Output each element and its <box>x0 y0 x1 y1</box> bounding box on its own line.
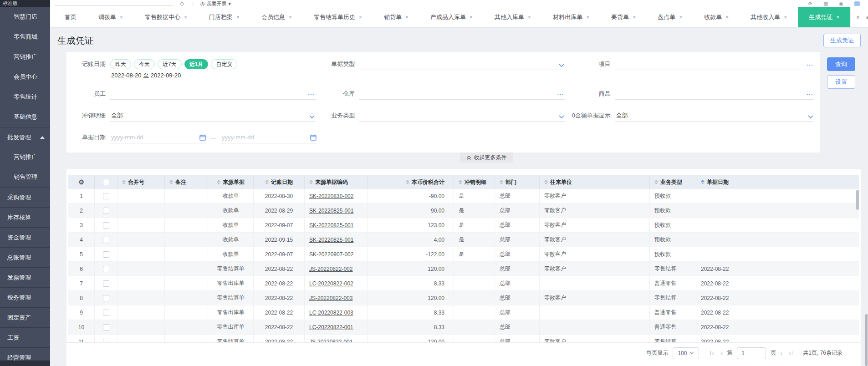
row-checkbox[interactable] <box>103 310 109 316</box>
ellipsis-icon[interactable]: ··· <box>308 92 315 97</box>
apps-icon[interactable]: ▦ <box>823 0 828 7</box>
sort-icon[interactable] <box>459 180 462 184</box>
source-code-link[interactable]: SK-20220825-001 <box>309 237 353 243</box>
tab-收款单[interactable]: 收款单× <box>693 7 740 27</box>
support-icon[interactable]: ◉ <box>839 0 843 7</box>
column-header-merge[interactable]: 合并号 <box>117 175 165 189</box>
source-code-link[interactable]: LC-20220822-002 <box>309 280 353 287</box>
tab-销货单[interactable]: 销货单× <box>373 7 419 27</box>
close-tab-icon[interactable]: × <box>784 14 787 20</box>
source-code-link[interactable]: JS-20220822-001 <box>309 339 352 343</box>
column-header-source_type[interactable]: 来源单据 <box>208 175 254 189</box>
tab-零售数据中心[interactable]: 零售数据中心× <box>134 7 198 27</box>
select-all-checkbox[interactable] <box>103 179 109 185</box>
goods-picker[interactable]: ··· <box>615 88 814 100</box>
collapse-filters-button[interactable]: 收起更多条件 <box>460 152 513 163</box>
tab-零售结算单历史[interactable]: 零售结算单历史× <box>303 7 373 27</box>
close-tab-icon[interactable]: × <box>120 14 123 20</box>
close-all-tabs-icon[interactable]: × <box>856 14 860 21</box>
close-tab-icon[interactable]: × <box>236 14 240 20</box>
close-tab-icon[interactable]: × <box>359 14 362 20</box>
tab-其他入库单[interactable]: 其他入库单× <box>484 7 542 27</box>
sidebar-item-工资[interactable]: 工资 <box>0 327 50 347</box>
sidebar-item-基础信息[interactable]: 基础信息 <box>0 107 50 127</box>
sort-icon[interactable] <box>265 180 269 184</box>
column-header-biz_type[interactable]: 业务类型 <box>650 175 696 189</box>
row-checkbox[interactable] <box>103 237 109 243</box>
close-tab-icon[interactable]: × <box>184 14 187 20</box>
tab-menu-icon[interactable]: ≡ <box>866 14 868 21</box>
sidebar-item-零售统计[interactable]: 零售统计 <box>0 87 50 107</box>
close-tab-icon[interactable]: × <box>405 14 408 20</box>
sidebar-item-智慧门店[interactable]: 智慧门店 <box>0 7 50 27</box>
scan-icon[interactable]: ⊙ <box>180 0 184 7</box>
global-search-input[interactable] <box>55 5 173 6</box>
close-tab-icon[interactable]: × <box>679 14 682 20</box>
tab-生成凭证[interactable]: 生成凭证× <box>798 7 850 27</box>
tab-产成品入库单[interactable]: 产成品入库单× <box>419 7 484 27</box>
page-input[interactable]: 1 <box>737 347 766 359</box>
column-header-amount[interactable]: 本币价税合计 <box>368 175 454 189</box>
row-checkbox[interactable] <box>103 251 109 258</box>
tab-会员信息[interactable]: 会员信息× <box>250 7 303 27</box>
close-tab-icon[interactable]: × <box>725 14 729 20</box>
settings-button[interactable]: 设置 <box>827 75 855 89</box>
last-page-button[interactable]: › <box>789 350 792 356</box>
close-tab-icon[interactable]: × <box>586 14 589 20</box>
gear-icon[interactable]: ⚙ <box>78 178 84 186</box>
sidebar-item-资金管理[interactable]: 资金管理 <box>0 227 50 247</box>
row-checkbox[interactable] <box>103 339 109 343</box>
tab-门店档案[interactable]: 门店档案× <box>198 7 250 27</box>
sidebar-item-营销推广[interactable]: 营销推广 <box>0 147 50 167</box>
sidebar-item-总账管理[interactable]: 总账管理 <box>0 247 50 267</box>
source-code-link[interactable]: SK-20220825-001 <box>309 222 353 229</box>
close-tab-icon[interactable]: × <box>470 14 473 20</box>
sidebar-footer[interactable] <box>0 361 50 366</box>
sort-icon[interactable] <box>500 180 503 184</box>
column-header-doc_date[interactable]: 单据日期 <box>696 175 859 189</box>
sort-icon[interactable] <box>122 180 126 184</box>
per-page-select[interactable]: 100 <box>673 347 699 359</box>
tab-材料出库单[interactable]: 材料出库单× <box>542 7 600 27</box>
doc-type-select[interactable] <box>359 58 565 70</box>
column-header-counterparty[interactable]: 往来单位 <box>540 175 650 189</box>
sidebar-item-会员中心[interactable]: 会员中心 <box>0 67 50 87</box>
close-tab-icon[interactable]: × <box>633 14 636 20</box>
generate-voucher-button[interactable]: 生成凭证 <box>823 34 861 47</box>
close-tab-icon[interactable]: × <box>836 14 839 20</box>
column-header-writeoff[interactable]: 冲销明细 <box>454 175 495 189</box>
sort-icon[interactable] <box>701 180 705 184</box>
doc-date-end-input[interactable]: yyyy-mm-dd <box>221 132 317 143</box>
column-header-book_date[interactable]: 记账日期 <box>254 175 305 189</box>
sort-icon[interactable] <box>309 180 313 184</box>
sort-icon[interactable] <box>217 180 220 184</box>
tab-要货单[interactable]: 要货单× <box>600 7 647 27</box>
source-code-link[interactable]: JS-20220822-002 <box>309 266 352 272</box>
close-tab-icon[interactable]: × <box>289 14 292 20</box>
row-checkbox[interactable] <box>103 193 109 199</box>
source-code-link[interactable]: LC-20220822-001 <box>309 324 353 330</box>
row-checkbox[interactable] <box>103 280 109 287</box>
sort-icon[interactable] <box>544 180 548 184</box>
avatar[interactable] <box>854 1 860 6</box>
sidebar-item-采购管理[interactable]: 采购管理 <box>0 187 50 207</box>
sort-icon[interactable] <box>406 180 409 184</box>
row-checkbox[interactable] <box>103 208 109 214</box>
table-scrollbar-thumb[interactable] <box>856 190 859 210</box>
ellipsis-icon[interactable]: ··· <box>557 92 564 97</box>
date-pill-近7天[interactable]: 近7天 <box>158 59 182 69</box>
column-header-source_code[interactable]: 来源单据编码 <box>305 175 368 189</box>
source-code-link[interactable]: SK-20220907-002 <box>309 251 353 258</box>
project-picker[interactable]: ··· <box>615 58 814 70</box>
date-pill-今天[interactable]: 今天 <box>134 59 155 69</box>
next-page-button[interactable]: › <box>780 350 782 356</box>
biz-type-select[interactable] <box>359 110 565 122</box>
refresh-icon[interactable]: ⟳ <box>808 0 812 7</box>
date-pill-近1月[interactable]: 近1月 <box>184 59 209 69</box>
sidebar-item-营销推广[interactable]: 营销推广 <box>0 47 50 67</box>
source-code-link[interactable]: SK-20220830-002 <box>309 193 353 199</box>
sidebar-item-库存核算[interactable]: 库存核算 <box>0 207 50 227</box>
date-pill-昨天[interactable]: 昨天 <box>110 59 131 69</box>
sort-icon[interactable] <box>169 180 173 184</box>
source-code-link[interactable]: LC-20220822-003 <box>309 310 353 316</box>
